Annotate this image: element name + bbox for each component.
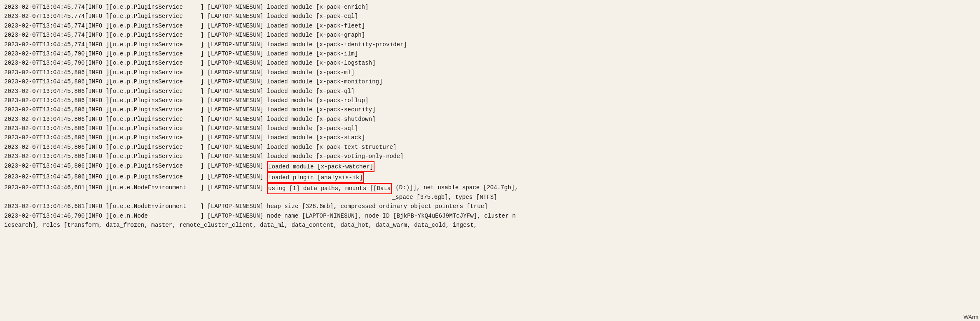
log-line: 2023-02-07T13:04:45,806[INFO ][o.e.p.Plu…: [4, 143, 976, 152]
log-line: 2023-02-07T13:04:45,774[INFO ][o.e.p.Plu…: [4, 30, 976, 40]
log-line: 2023-02-07T13:04:45,774[INFO ][o.e.p.Plu…: [4, 12, 976, 21]
log-highlighted-message: using [1] data paths, mounts [[Data: [267, 183, 392, 194]
log-line: 2023-02-07T13:04:45,806[INFO ][o.e.p.Plu…: [4, 87, 976, 96]
log-line: 2023-02-07T13:04:45,806[INFO ][o.e.p.Plu…: [4, 172, 976, 183]
log-line: 2023-02-07T13:04:45,790[INFO ][o.e.p.Plu…: [4, 49, 976, 58]
log-line: 2023-02-07T13:04:45,806[INFO ][o.e.p.Plu…: [4, 96, 976, 105]
warm-label: WArm: [962, 313, 980, 321]
log-highlighted-message: loaded plugin [analysis-ik]: [267, 172, 364, 183]
log-node: [LAPTOP-NINESUN]: [207, 172, 267, 181]
log-highlighted-message: loaded module [x-pack-watcher]: [267, 161, 374, 172]
log-line: 2023-02-07T13:04:46,681[INFO ][o.e.e.Nod…: [4, 202, 976, 211]
log-line: 2023-02-07T13:04:45,790[INFO ][o.e.p.Plu…: [4, 58, 976, 68]
log-prefix: 2023-02-07T13:04:45,806[INFO ][o.e.p.Plu…: [4, 172, 207, 181]
log-line: 2023-02-07T13:04:45,806[INFO ][o.e.p.Plu…: [4, 77, 976, 86]
log-message-rest: (D:)]], net usable_space [204.7gb], _spa…: [392, 183, 518, 202]
log-prefix: 2023-02-07T13:04:46,681[INFO ][o.e.e.Nod…: [4, 183, 207, 192]
log-line: 2023-02-07T13:04:45,806[INFO ][o.e.p.Plu…: [4, 152, 976, 161]
log-line: 2023-02-07T13:04:45,806[INFO ][o.e.p.Plu…: [4, 161, 976, 172]
log-line: 2023-02-07T13:04:45,774[INFO ][o.e.p.Plu…: [4, 21, 976, 30]
log-line: 2023-02-07T13:04:45,806[INFO ][o.e.p.Plu…: [4, 68, 976, 77]
log-node: [LAPTOP-NINESUN]: [207, 183, 267, 192]
log-line: 2023-02-07T13:04:45,806[INFO ][o.e.p.Plu…: [4, 124, 976, 133]
log-line: icsearch], roles [transform, data_frozen…: [4, 221, 976, 230]
log-line: 2023-02-07T13:04:45,806[INFO ][o.e.p.Plu…: [4, 115, 976, 124]
log-node: [LAPTOP-NINESUN]: [207, 161, 267, 171]
log-line: 2023-02-07T13:04:45,774[INFO ][o.e.p.Plu…: [4, 40, 976, 49]
log-prefix: 2023-02-07T13:04:45,806[INFO ][o.e.p.Plu…: [4, 161, 207, 171]
log-line: 2023-02-07T13:04:46,790[INFO ][o.e.n.Nod…: [4, 211, 976, 221]
log-line: 2023-02-07T13:04:45,806[INFO ][o.e.p.Plu…: [4, 133, 976, 142]
log-line: 2023-02-07T13:04:46,681[INFO ][o.e.e.Nod…: [4, 183, 976, 202]
log-line: 2023-02-07T13:04:45,774[INFO ][o.e.p.Plu…: [4, 3, 976, 12]
log-line: 2023-02-07T13:04:45,806[INFO ][o.e.p.Plu…: [4, 105, 976, 114]
log-container: 2023-02-07T13:04:45,774[INFO ][o.e.p.Plu…: [0, 0, 980, 232]
